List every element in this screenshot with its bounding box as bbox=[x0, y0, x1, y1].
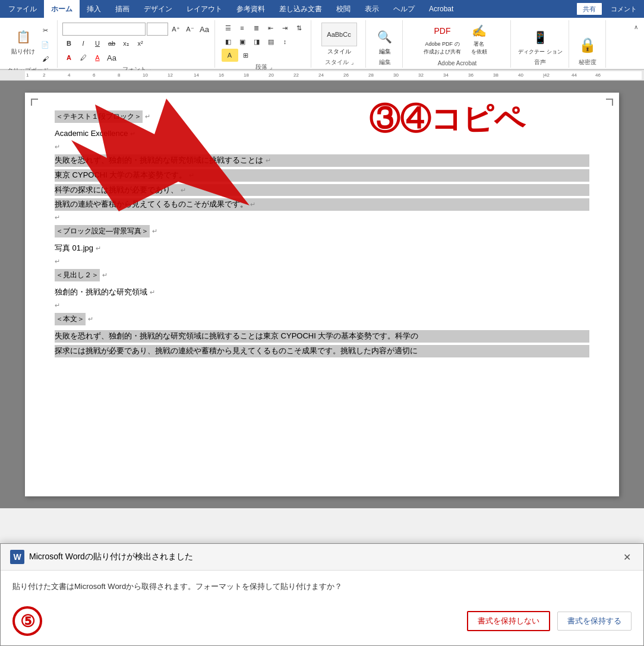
dialog-close-button[interactable]: ✕ bbox=[620, 550, 634, 564]
sign-button[interactable]: ✍ 署名 を依頼 bbox=[465, 21, 493, 57]
underline-button[interactable]: U bbox=[91, 37, 104, 50]
ruler-tick-44: 44 bbox=[572, 72, 577, 78]
ruler-tick-34: 34 bbox=[443, 72, 449, 78]
ruler-tick-10: 10 bbox=[143, 72, 148, 78]
tab-acrobat[interactable]: Acrobat bbox=[422, 0, 460, 18]
italic-button[interactable]: I bbox=[77, 37, 90, 50]
dialog-footer-right: 書式を保持しない 書式を保持する bbox=[467, 611, 632, 631]
paragraph-dialog-launcher[interactable]: ⌟ bbox=[270, 64, 272, 70]
document-page[interactable]: ＜テキスト１段ブロック＞ ↵ Academic Excellence ↵ ↵ 失… bbox=[25, 93, 619, 496]
tab-view[interactable]: 表示 bbox=[358, 0, 386, 18]
secret-button[interactable]: 🔒 bbox=[576, 21, 599, 57]
ribbon-right-tabs: 共有 コメント bbox=[575, 0, 644, 18]
style-dialog-launcher[interactable]: ⌟ bbox=[351, 59, 353, 65]
btn-keep-format[interactable]: 書式を保持する bbox=[557, 612, 632, 631]
highlight-button[interactable]: 🖊 bbox=[77, 51, 90, 64]
ribbon: ファイル ホーム 挿入 描画 デザイン レイアウト 参考資料 差し込み文書 校閲… bbox=[0, 0, 644, 70]
line-spacing-button[interactable]: ↕ bbox=[279, 35, 292, 48]
dialog-footer-left: ⑤ bbox=[12, 606, 42, 636]
doc-text-2: Academic Excellence bbox=[55, 129, 128, 138]
collapse-icon[interactable]: ∧ bbox=[632, 23, 640, 31]
doc-block-tag-1: ＜テキスト１段ブロック＞ ↵ bbox=[55, 110, 589, 125]
para-mark-empty-2: ↵ bbox=[55, 214, 60, 221]
doc-line-long-1: 失敗を恐れず、独創的・挑戦的な研究領域に挑戦することは東京 CYPOCHI 大学… bbox=[55, 330, 589, 343]
audio-group-label: 音声 bbox=[534, 58, 546, 66]
paste-button[interactable]: 📋 貼り付け bbox=[9, 21, 37, 57]
para-mark-sel-4: ↵ bbox=[250, 201, 255, 208]
font-size-box[interactable] bbox=[147, 23, 168, 36]
shading-row: A ⊞ bbox=[222, 49, 252, 62]
para-mark-5: ↵ bbox=[102, 271, 108, 278]
ruler-tick-16: 16 bbox=[219, 72, 224, 78]
sign-icon: ✍ bbox=[469, 23, 488, 39]
shading-button[interactable]: A bbox=[222, 49, 238, 62]
doc-tag-text-4: ＜本文＞ bbox=[55, 313, 86, 325]
adobe-pdf-label: Adobe PDF の 作成および共有 bbox=[424, 40, 461, 56]
font-color2-button[interactable]: A bbox=[91, 51, 104, 64]
step-5-annotation: ⑤ bbox=[12, 606, 42, 636]
bold-button[interactable]: B bbox=[62, 37, 75, 50]
borders-button[interactable]: ⊞ bbox=[239, 49, 252, 62]
font-color-button[interactable]: A bbox=[62, 51, 75, 64]
tab-file[interactable]: ファイル bbox=[1, 0, 44, 18]
font-name-box[interactable] bbox=[62, 23, 146, 36]
strikethrough-button[interactable]: ab bbox=[105, 37, 118, 50]
dictate-button[interactable]: 📱 ディクテー ション bbox=[516, 21, 565, 57]
increase-font-button[interactable]: A⁺ bbox=[169, 23, 182, 36]
dictate-icon: 📱 bbox=[531, 28, 550, 47]
ruler-white: 1 2 4 6 8 10 12 14 16 18 20 22 24 26 28 … bbox=[25, 71, 642, 80]
clear-format-button[interactable]: Aa bbox=[198, 23, 211, 36]
ruler-tick-4: 4 bbox=[68, 72, 70, 78]
format-painter-button[interactable]: 🖌 bbox=[39, 52, 52, 65]
bullet-list-button[interactable]: ☰ bbox=[222, 21, 235, 34]
superscript-button[interactable]: x² bbox=[134, 37, 147, 50]
tab-help[interactable]: ヘルプ bbox=[386, 0, 422, 18]
tab-review[interactable]: 校閲 bbox=[329, 0, 358, 18]
adobe-pdf-icon: PDF bbox=[433, 23, 452, 39]
edit-button[interactable]: 🔍 編集 bbox=[373, 21, 397, 57]
tab-mailings[interactable]: 差し込み文書 bbox=[272, 0, 329, 18]
dialog-header: W Microsoft Wordの貼り付けが検出されました ✕ bbox=[1, 544, 643, 571]
align-center-button[interactable]: ▣ bbox=[236, 35, 249, 48]
font-group: A⁺ A⁻ Aa B I U ab x₂ x² A 🖊 A Aa bbox=[59, 20, 215, 68]
style-group-content: AaBbCc スタイル bbox=[319, 20, 359, 57]
adobe-pdf-button[interactable]: PDF Adobe PDF の 作成および共有 bbox=[421, 21, 463, 57]
doc-block-tag-4: ＜本文＞ ↵ bbox=[55, 313, 589, 328]
ribbon-collapse[interactable]: ∧ bbox=[632, 20, 640, 31]
para-mark-sel-3: ↵ bbox=[181, 186, 186, 194]
empty-line-3: ↵ bbox=[55, 257, 589, 269]
font-name-row: A⁺ A⁻ Aa bbox=[62, 23, 211, 36]
secret-group-label: 秘密度 bbox=[579, 58, 596, 66]
doc-line-long-2: 探求には挑戦が必要であり、挑戦の連続や蓄積から見えてくるものこそ成果です。挑戦し… bbox=[55, 345, 589, 357]
decrease-indent-button[interactable]: ⇤ bbox=[264, 21, 277, 34]
copy-button[interactable]: 📄 bbox=[39, 38, 52, 51]
subscript-button[interactable]: x₂ bbox=[119, 37, 132, 50]
tab-layout[interactable]: レイアウト bbox=[179, 0, 229, 18]
tab-home[interactable]: ホーム bbox=[44, 0, 80, 18]
ruler-tick-32: 32 bbox=[418, 72, 424, 78]
tab-draw[interactable]: 描画 bbox=[108, 0, 137, 18]
numbered-list-button[interactable]: ≡ bbox=[236, 21, 249, 34]
cut-button[interactable]: ✂ bbox=[39, 24, 52, 37]
btn-no-format[interactable]: 書式を保持しない bbox=[467, 611, 550, 631]
paste-icon: 📋 bbox=[14, 27, 33, 46]
sort-button[interactable]: ⇅ bbox=[293, 21, 306, 34]
align-right-button[interactable]: ◨ bbox=[250, 35, 263, 48]
tab-references[interactable]: 参考資料 bbox=[229, 0, 272, 18]
para-mark-empty-3: ↵ bbox=[55, 258, 60, 265]
style-button[interactable]: AaBbCc スタイル bbox=[319, 21, 359, 57]
tab-comment[interactable]: コメント bbox=[604, 0, 644, 18]
increase-indent-button[interactable]: ⇥ bbox=[279, 21, 292, 34]
tab-share[interactable]: 共有 bbox=[576, 2, 602, 15]
tab-insert[interactable]: 挿入 bbox=[80, 0, 108, 18]
edit-group-label: 編集 bbox=[379, 58, 391, 66]
multilevel-list-button[interactable]: ≣ bbox=[250, 21, 263, 34]
ruler-tick-40: 40 bbox=[518, 72, 523, 78]
tab-design[interactable]: デザイン bbox=[137, 0, 179, 18]
justify-button[interactable]: ▤ bbox=[264, 35, 277, 48]
ruler-tick-18: 18 bbox=[244, 72, 249, 78]
align-left-button[interactable]: ◧ bbox=[222, 35, 235, 48]
style-preview: AaBbCc bbox=[321, 23, 357, 46]
clipboard-group: 📋 貼り付け ✂ 📄 🖌 クリップボード ⌟ bbox=[4, 20, 58, 68]
decrease-font-button[interactable]: A⁻ bbox=[184, 23, 197, 36]
